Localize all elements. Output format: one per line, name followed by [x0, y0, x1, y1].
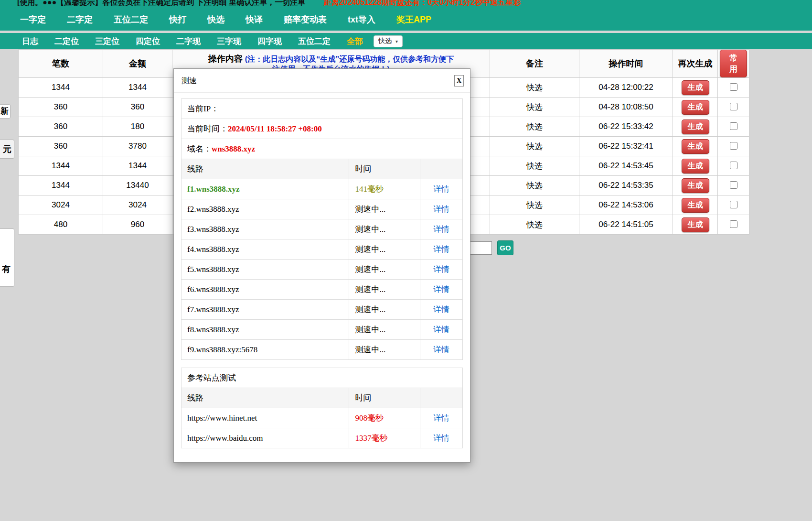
detail-link[interactable]: 详情 — [433, 345, 449, 354]
detail-link[interactable]: 详情 — [433, 245, 449, 254]
generate-button[interactable]: 生成 — [682, 178, 709, 193]
detail-link[interactable]: 详情 — [433, 325, 449, 334]
row-checkbox[interactable] — [730, 181, 737, 189]
speed-latency: 141毫秒 — [349, 179, 420, 199]
domain-label: 域名： — [187, 144, 212, 153]
speed-detail-cell: 详情 — [420, 179, 463, 199]
detail-link[interactable]: 详情 — [433, 285, 449, 294]
generate-button[interactable]: 生成 — [682, 100, 709, 115]
nav-item-8[interactable]: txt导入 — [348, 14, 375, 25]
row-checkbox[interactable] — [730, 122, 737, 130]
cell-time: 06-22 14:53:45 — [579, 156, 673, 176]
cell-remark: 快选 — [490, 117, 579, 137]
cell-select — [718, 78, 749, 98]
cell-select — [718, 195, 749, 215]
tab-9[interactable]: 全部 — [347, 36, 363, 47]
generate-button[interactable]: 生成 — [682, 159, 709, 174]
tab-4[interactable]: 四定位 — [136, 36, 160, 47]
left-panel-fragment: 有 — [0, 228, 14, 287]
cell-remark: 快选 — [490, 98, 579, 117]
tab-3[interactable]: 三定位 — [95, 36, 119, 47]
countdown-text: 距离2024051228期封盘还有：0天0小时1分2秒中退五星彩 — [324, 0, 521, 6]
row-checkbox[interactable] — [730, 220, 737, 228]
tab-1[interactable]: 日志 — [22, 36, 38, 47]
detail-link[interactable]: 详情 — [433, 413, 449, 423]
ref-col-time-header: 时间 — [349, 388, 420, 408]
row-checkbox[interactable] — [730, 162, 737, 169]
generate-button[interactable]: 生成 — [682, 119, 709, 134]
cell-time: 06-22 14:53:06 — [579, 195, 673, 215]
header-favorite: 常用 — [718, 50, 749, 78]
cell-amount: 180 — [103, 117, 172, 137]
nav-item-4[interactable]: 快打 — [169, 14, 186, 25]
speed-latency: 测速中... — [349, 199, 420, 219]
log-tabs: 日志二定位三定位四定位二字现三字现四字现五位二定全部 — [22, 36, 363, 47]
nav-item-3[interactable]: 五位二定 — [114, 14, 148, 25]
generate-button[interactable]: 生成 — [682, 139, 709, 154]
reference-row: https://www.baidu.com1337毫秒详情 — [182, 428, 463, 448]
speed-line: f5.wns3888.xyz — [182, 260, 349, 280]
header-amount: 金额 — [103, 50, 172, 78]
reference-detail-cell: 详情 — [420, 428, 463, 448]
nav-item-9[interactable]: 奖王APP — [396, 14, 431, 25]
nav-item-7[interactable]: 赔率变动表 — [284, 14, 327, 25]
detail-link[interactable]: 详情 — [433, 434, 449, 443]
speed-latency: 测速中... — [349, 260, 420, 280]
nav-item-2[interactable]: 二字定 — [67, 14, 93, 25]
cell-amount: 360 — [103, 98, 172, 117]
row-checkbox[interactable] — [730, 83, 737, 91]
detail-link[interactable]: 详情 — [433, 305, 449, 314]
header-time: 操作时间 — [579, 50, 673, 78]
speed-latency: 测速中... — [349, 320, 420, 340]
close-icon[interactable]: X — [454, 75, 464, 87]
quick-select-dropdown[interactable]: 快选 ▾ — [374, 35, 403, 47]
cell-select — [718, 156, 749, 176]
reference-row: https://www.hinet.net908毫秒详情 — [182, 408, 463, 428]
tab-6[interactable]: 三字现 — [217, 36, 241, 47]
speed-line: f7.wns3888.xyz — [182, 300, 349, 320]
cell-remark: 快选 — [490, 195, 579, 215]
speed-row: f5.wns3888.xyz测速中...详情 — [182, 260, 463, 280]
favorite-button[interactable]: 常用 — [720, 50, 747, 77]
cell-select — [718, 117, 749, 137]
cell-remark: 快选 — [490, 215, 579, 235]
cell-time: 06-22 15:33:42 — [579, 117, 673, 137]
nav-item-5[interactable]: 快选 — [207, 14, 224, 25]
domain-row: 域名：wns3888.xyz — [182, 139, 463, 159]
speed-latency: 测速中... — [349, 219, 420, 239]
row-checkbox[interactable] — [730, 201, 737, 208]
modal-title: 测速 — [182, 76, 197, 86]
row-checkbox[interactable] — [730, 142, 737, 150]
detail-link[interactable]: 详情 — [433, 225, 449, 234]
left-refresh-button[interactable]: 新 — [0, 104, 11, 119]
go-button[interactable]: GO — [497, 240, 513, 255]
cell-time: 04-28 10:08:50 — [579, 98, 673, 117]
tab-2[interactable]: 二定位 — [54, 36, 79, 47]
reference-table-header: 线路 时间 — [182, 388, 463, 408]
detail-link[interactable]: 详情 — [433, 205, 449, 214]
row-checkbox[interactable] — [730, 103, 737, 110]
tab-7[interactable]: 四字现 — [257, 36, 282, 47]
cell-count: 480 — [19, 215, 103, 235]
nav-item-1[interactable]: 一字定 — [20, 14, 46, 25]
cell-time: 04-28 12:00:22 — [579, 78, 673, 98]
main-nav: 一字定二字定五位二定快打快选快译赔率变动表txt导入奖王APP — [0, 9, 812, 31]
cell-time: 06-22 14:51:05 — [579, 215, 673, 235]
speed-detail-cell: 详情 — [420, 239, 463, 260]
cell-select — [718, 98, 749, 117]
cell-regen: 生成 — [673, 98, 718, 117]
tab-8[interactable]: 五位二定 — [298, 36, 331, 47]
speed-table-body: f1.wns3888.xyz141毫秒详情f2.wns3888.xyz测速中..… — [182, 179, 463, 360]
cell-regen: 生成 — [673, 195, 718, 215]
cell-amount: 1344 — [103, 78, 172, 98]
tab-5[interactable]: 二字现 — [176, 36, 201, 47]
nav-item-6[interactable]: 快译 — [246, 14, 263, 25]
cell-regen: 生成 — [673, 215, 718, 235]
detail-link[interactable]: 详情 — [433, 185, 449, 194]
generate-button[interactable]: 生成 — [682, 217, 709, 232]
cell-amount: 13440 — [103, 176, 172, 195]
speed-latency: 测速中... — [349, 280, 420, 300]
generate-button[interactable]: 生成 — [682, 80, 709, 95]
generate-button[interactable]: 生成 — [682, 198, 709, 213]
detail-link[interactable]: 详情 — [433, 265, 449, 274]
